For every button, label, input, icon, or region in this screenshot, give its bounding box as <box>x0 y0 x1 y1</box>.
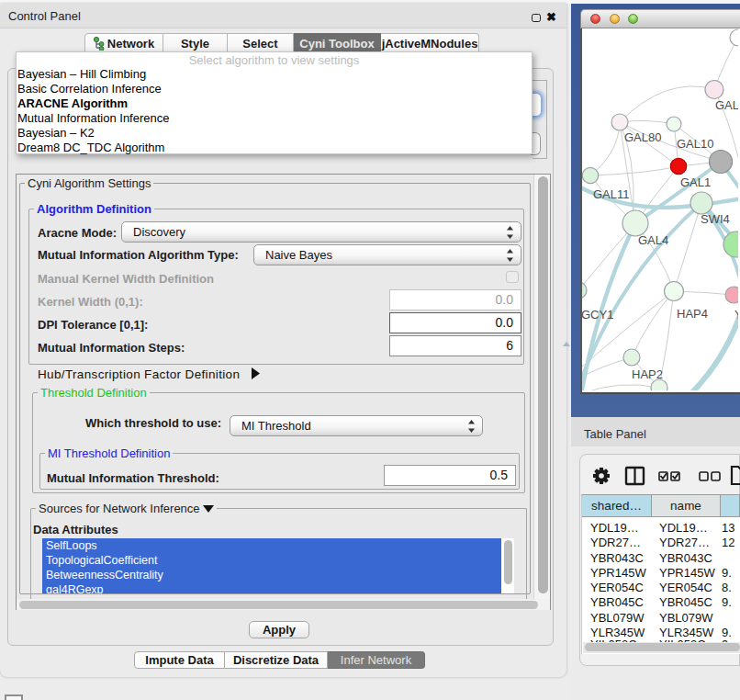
svg-text:Y: Y <box>734 308 738 322</box>
svg-text:GCY1: GCY1 <box>582 308 613 322</box>
svg-text:HAP2: HAP2 <box>632 367 663 381</box>
svg-text:SWI4: SWI4 <box>701 212 730 226</box>
svg-text:GAL1: GAL1 <box>680 175 711 189</box>
svg-text:GAL11: GAL11 <box>593 187 630 201</box>
svg-text:GAL4: GAL4 <box>638 233 668 247</box>
svg-text:GAL10: GAL10 <box>677 137 713 151</box>
svg-text:GAL7: GAL7 <box>715 98 738 112</box>
svg-text:HAP4: HAP4 <box>677 307 708 321</box>
svg-text:GAL80: GAL80 <box>624 130 661 144</box>
